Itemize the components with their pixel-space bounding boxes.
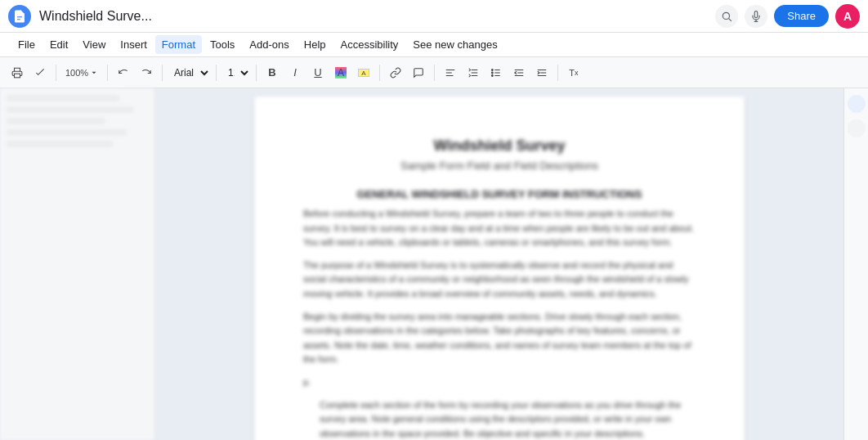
link-button[interactable] (385, 62, 406, 83)
comment-button[interactable] (408, 62, 429, 83)
indent-increase-button[interactable] (531, 62, 553, 83)
doc-area[interactable]: Windshield Survey Sample Form Field and … (155, 88, 843, 440)
textcolor-button[interactable]: A (330, 62, 351, 83)
svg-point-18 (491, 74, 493, 76)
sidebar-right (843, 88, 868, 440)
spellcheck-button[interactable] (29, 62, 51, 83)
title-bar: Windshield Surve... Share A (0, 0, 868, 33)
doc-body2: The purpose of a Windshield Survey is to… (303, 258, 696, 302)
menu-format[interactable]: Format (155, 35, 202, 54)
app-logo (8, 5, 31, 28)
sidebar-right-icon-2[interactable] (848, 119, 866, 137)
doc-body3: Begin by dividing the survey area into m… (303, 310, 696, 367)
svg-point-2 (723, 12, 730, 19)
toolbar: 100% Arial 11 B I U A A (0, 57, 868, 88)
underline-button[interactable]: U (307, 62, 329, 83)
menu-help[interactable]: Help (298, 35, 333, 54)
menu-addons[interactable]: Add-ons (243, 35, 295, 54)
separator-2 (107, 65, 108, 81)
svg-line-3 (729, 18, 732, 20)
separator-8 (557, 65, 558, 81)
search-button[interactable] (715, 5, 738, 28)
undo-button[interactable] (113, 62, 134, 83)
zoom-button[interactable]: 100% (61, 62, 102, 83)
align-left-button[interactable] (440, 62, 461, 83)
sidebar-right-icon-1[interactable] (848, 95, 866, 113)
fontsize-select[interactable]: 11 (221, 62, 251, 83)
clear-format-button[interactable]: Tx (563, 62, 584, 83)
menu-bar: File Edit View Insert Format Tools Add-o… (0, 33, 868, 57)
voice-button[interactable] (745, 5, 767, 28)
separator-6 (379, 65, 380, 81)
sidebar-left (0, 88, 155, 440)
doc-main-title: Windshield Survey (303, 137, 696, 155)
svg-point-17 (491, 72, 493, 74)
separator-7 (434, 65, 435, 81)
title-actions: Share A (715, 4, 860, 29)
separator-3 (162, 65, 163, 81)
doc-p-label: p. (303, 375, 696, 390)
separator-5 (256, 65, 257, 81)
bold-button[interactable]: B (262, 62, 283, 83)
doc-subtitle: Sample Form Field and Field Descriptions (303, 159, 696, 172)
line-spacing-button[interactable] (463, 62, 484, 83)
font-select[interactable]: Arial (168, 62, 211, 83)
redo-button[interactable] (136, 62, 157, 83)
print-button[interactable] (7, 62, 28, 83)
menu-tools[interactable]: Tools (204, 35, 241, 54)
indent-decrease-button[interactable] (508, 62, 530, 83)
share-button[interactable]: Share (774, 5, 829, 27)
doc-section1-heading: GENERAL WINDSHIELD SURVEY FORM INSTRUCTI… (303, 188, 696, 200)
menu-edit[interactable]: Edit (43, 35, 74, 54)
see-new-changes[interactable]: See new changes (406, 35, 503, 54)
menu-file[interactable]: File (11, 35, 42, 54)
highlight-button[interactable]: A (353, 62, 374, 83)
doc-title[interactable]: Windshield Surve... (39, 9, 715, 24)
main-content: Windshield Survey Sample Form Field and … (0, 88, 868, 440)
doc-body4: Complete each section of the form by rec… (320, 398, 696, 440)
doc-body1: Before conducting a Windshield Survey, p… (303, 207, 696, 250)
list-button[interactable] (485, 62, 507, 83)
avatar: A (835, 4, 860, 29)
italic-button[interactable]: I (284, 62, 306, 83)
menu-view[interactable]: View (76, 35, 112, 54)
menu-insert[interactable]: Insert (114, 35, 154, 54)
menu-accessibility[interactable]: Accessibility (334, 35, 405, 54)
doc-page: Windshield Survey Sample Form Field and … (254, 97, 745, 440)
separator-1 (56, 65, 56, 81)
svg-rect-6 (15, 74, 20, 78)
svg-point-16 (491, 69, 493, 70)
separator-4 (216, 65, 217, 81)
